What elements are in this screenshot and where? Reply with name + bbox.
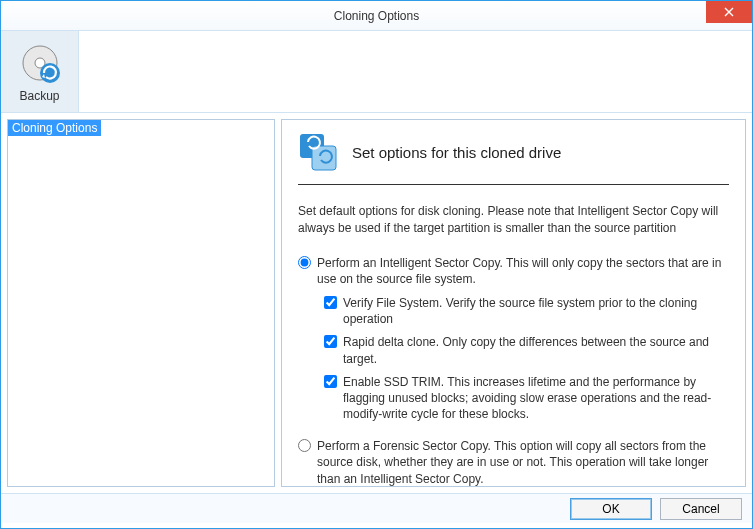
tree-item-cloning-options[interactable]: Cloning Options [8,120,101,136]
toolbar-item-backup[interactable]: Backup [1,31,79,112]
checkbox-verify-input[interactable] [324,296,337,309]
cancel-button[interactable]: Cancel [660,498,742,520]
checkbox-rapid-input[interactable] [324,335,337,348]
toolbar: Backup [1,31,752,113]
checkbox-rapid-label: Rapid delta clone. Only copy the differe… [343,334,729,366]
toolbar-item-label: Backup [19,89,59,103]
options-panel: Set options for this cloned drive Set de… [281,119,746,487]
backup-icon [18,41,62,85]
checkbox-ssd-trim[interactable]: Enable SSD TRIM. This increases lifetime… [324,374,729,423]
tree-panel: Cloning Options [7,119,275,487]
section-header: Set options for this cloned drive [298,132,729,172]
section-description: Set default options for disk cloning. Pl… [298,203,729,237]
radio-intelligent-label: Perform an Intelligent Sector Copy. This… [317,255,729,287]
ok-button[interactable]: OK [570,498,652,520]
radio-forensic-input[interactable] [298,439,311,452]
section-heading: Set options for this cloned drive [352,144,561,161]
clone-drive-icon [298,132,338,172]
checkbox-verify-label: Verify File System. Verify the source fi… [343,295,729,327]
checkbox-verify-fs[interactable]: Verify File System. Verify the source fi… [324,295,729,327]
radio-intelligent-sector-copy[interactable]: Perform an Intelligent Sector Copy. This… [298,255,729,287]
window-title: Cloning Options [334,9,419,23]
checkbox-trim-input[interactable] [324,375,337,388]
radio-intelligent-input[interactable] [298,256,311,269]
checkbox-trim-label: Enable SSD TRIM. This increases lifetime… [343,374,729,423]
close-icon [724,7,734,17]
intelligent-sub-options: Verify File System. Verify the source fi… [324,295,729,422]
radio-forensic-label: Perform a Forensic Sector Copy. This opt… [317,438,729,487]
close-button[interactable] [706,1,752,23]
footer: OK Cancel [1,493,752,523]
divider [298,184,729,185]
titlebar: Cloning Options [1,1,752,31]
option-forensic-group: Perform a Forensic Sector Copy. This opt… [298,438,729,487]
option-intelligent-group: Perform an Intelligent Sector Copy. This… [298,255,729,423]
body-area: Cloning Options Set options for this clo… [1,113,752,493]
checkbox-rapid-delta[interactable]: Rapid delta clone. Only copy the differe… [324,334,729,366]
radio-forensic-sector-copy[interactable]: Perform a Forensic Sector Copy. This opt… [298,438,729,487]
